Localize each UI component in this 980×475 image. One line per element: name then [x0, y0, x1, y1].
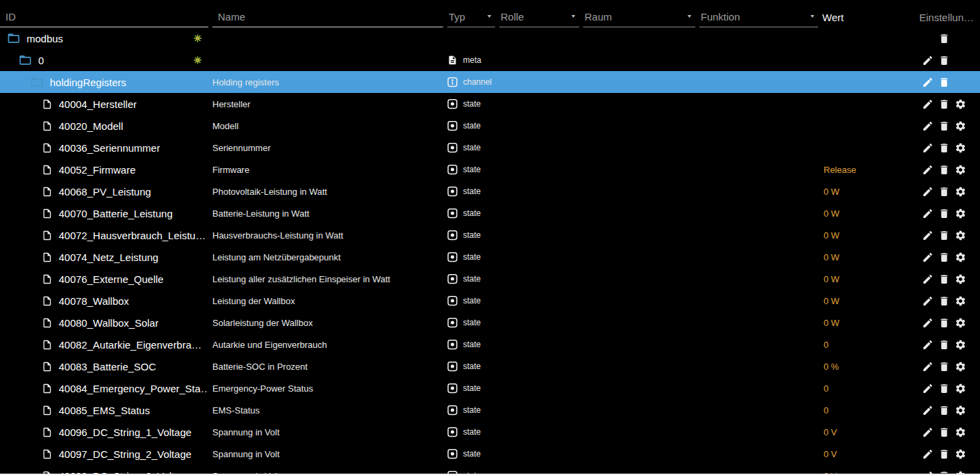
edit-button[interactable] — [919, 139, 936, 156]
edit-button[interactable] — [919, 249, 936, 265]
object-id: 40083_Batterie_SOC — [59, 361, 156, 372]
settings-button[interactable] — [952, 446, 968, 462]
delete-button[interactable] — [936, 52, 952, 68]
delete-button[interactable] — [936, 380, 952, 396]
settings-button[interactable] — [952, 161, 968, 178]
settings-button[interactable] — [952, 271, 968, 287]
settings-button[interactable] — [952, 336, 968, 353]
delete-button[interactable] — [936, 424, 952, 440]
edit-button[interactable] — [919, 52, 936, 68]
edit-button[interactable] — [919, 205, 936, 221]
delete-button[interactable] — [936, 314, 952, 331]
table-row[interactable]: 40078_Wallbox Leistung der Wallbox — [0, 290, 980, 312]
raum-cell — [583, 246, 695, 268]
edit-button[interactable] — [919, 293, 936, 309]
settings-button[interactable] — [952, 139, 968, 156]
table-row[interactable]: 40080_Wallbox_Solar Solarleistung der Wa… — [0, 312, 980, 334]
id-filter-input[interactable]: ID — [0, 6, 208, 27]
id-cell: 40020_Modell — [0, 115, 208, 137]
einstellungen-column-header: Einstellun… — [919, 7, 980, 27]
table-row[interactable]: 40020_Modell Modell — [0, 115, 980, 137]
edit-button[interactable] — [919, 446, 936, 462]
delete-button[interactable] — [936, 74, 952, 90]
edit-button[interactable] — [919, 227, 936, 243]
table-row[interactable]: 0 — [0, 49, 980, 71]
settings-button[interactable] — [952, 249, 968, 265]
table-row[interactable]: 40084_Emergency_Power_Sta… Emergency-Pow… — [0, 377, 980, 399]
rolle-filter-select[interactable]: Rolle ▼ — [499, 6, 579, 27]
settings-button[interactable] — [952, 358, 968, 375]
delete-button[interactable] — [936, 402, 952, 418]
table-row[interactable]: 40082_Autarkie_Eigenverbra… Autarkie und… — [0, 334, 980, 355]
table-row[interactable]: 40052_Firmware Firmware — [0, 159, 980, 180]
edit-button[interactable] — [919, 424, 936, 440]
object-type-badge: state — [447, 290, 495, 312]
object-id: 40004_Hersteller — [59, 98, 137, 110]
edit-button[interactable] — [919, 402, 936, 418]
delete-button[interactable] — [936, 30, 952, 46]
edit-button[interactable] — [919, 336, 936, 353]
edit-button[interactable] — [919, 118, 936, 134]
delete-button[interactable] — [936, 139, 952, 156]
settings-button[interactable] — [952, 227, 968, 243]
table-row[interactable]: modbus — [0, 27, 980, 49]
table-row[interactable]: 40096_DC_String_1_Voltage Spannung in Vo… — [0, 421, 980, 443]
edit-button[interactable] — [919, 380, 936, 396]
edit-button[interactable] — [919, 161, 936, 178]
raum-filter-select[interactable]: Raum ▼ — [583, 6, 695, 27]
delete-button[interactable] — [936, 293, 952, 309]
object-type-badge: state — [447, 202, 495, 224]
delete-button[interactable] — [936, 118, 952, 134]
table-row[interactable]: 40068_PV_Leistung Photovoltaik-Leistung … — [0, 180, 980, 202]
edit-button[interactable] — [919, 96, 936, 112]
delete-button[interactable] — [936, 249, 952, 265]
delete-button[interactable] — [936, 205, 952, 221]
edit-button[interactable] — [919, 358, 936, 375]
settings-button[interactable] — [952, 118, 968, 134]
table-row[interactable]: 40074_Netz_Leistung Leistung am Netzüber… — [0, 246, 980, 268]
delete-button[interactable] — [936, 96, 952, 112]
object-name — [212, 49, 443, 71]
edit-button[interactable] — [919, 314, 936, 331]
settings-button[interactable] — [952, 293, 968, 309]
table-row[interactable]: 40036_Seriennummer Seriennummer — [0, 137, 980, 159]
settings-button[interactable] — [952, 314, 968, 331]
settings-button[interactable] — [952, 205, 968, 221]
tree-indent — [0, 213, 42, 214]
id-cell: 40004_Hersteller — [0, 93, 208, 115]
table-row[interactable]: 40004_Hersteller Hersteller — [0, 93, 980, 115]
modbus-adapter-icon — [193, 34, 202, 43]
table-row[interactable]: 40097_DC_String_2_Voltage Spannung in Vo… — [0, 443, 980, 465]
delete-button[interactable] — [936, 271, 952, 287]
settings-button[interactable] — [952, 402, 968, 418]
object-type-label: state — [463, 121, 481, 131]
table-row[interactable]: 40076_Externe_Quelle Leistung aller zusä… — [0, 268, 980, 290]
table-row[interactable]: holdingRegisters Holding registers — [0, 71, 980, 93]
delete-button[interactable] — [936, 183, 952, 200]
state-value: 0 W — [822, 312, 915, 334]
typ-filter-select[interactable]: Typ ▼ — [447, 6, 495, 27]
funktion-cell — [699, 224, 818, 246]
delete-button[interactable] — [936, 227, 952, 243]
name-filter-input[interactable]: Name — [212, 6, 443, 27]
delete-button[interactable] — [936, 358, 952, 375]
table-row[interactable]: 40072_Hausverbrauch_Leistu… Hausverbrauc… — [0, 224, 980, 246]
edit-button[interactable] — [919, 74, 936, 90]
delete-button[interactable] — [936, 161, 952, 178]
delete-button[interactable] — [936, 446, 952, 462]
object-type-label: state — [463, 362, 481, 371]
edit-button[interactable] — [919, 183, 936, 200]
settings-button[interactable] — [952, 380, 968, 396]
file-icon — [42, 164, 53, 176]
table-row[interactable]: 40085_EMS_Status EMS-Status — [0, 399, 980, 421]
table-row[interactable]: 40083_Batterie_SOC Batterie-SOC in Proze… — [0, 355, 980, 377]
settings-button[interactable] — [952, 424, 968, 440]
object-name: Seriennummer — [212, 137, 443, 159]
edit-button[interactable] — [919, 271, 936, 287]
object-name: Spannung in Volt — [212, 421, 443, 443]
settings-button[interactable] — [952, 183, 968, 200]
delete-button[interactable] — [936, 336, 952, 353]
table-row[interactable]: 40070_Batterie_Leistung Batterie-Leistun… — [0, 202, 980, 224]
funktion-filter-select[interactable]: Funktion ▼ — [699, 6, 818, 27]
settings-button[interactable] — [952, 96, 968, 112]
